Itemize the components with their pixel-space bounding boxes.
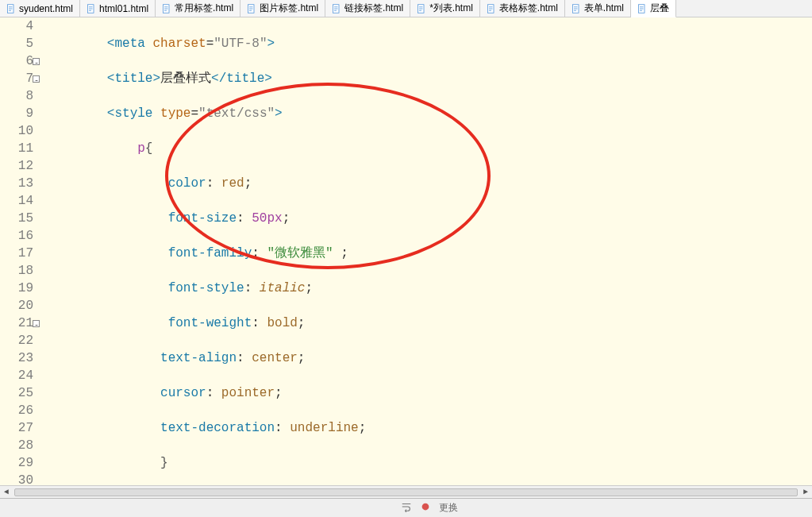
code-line: <title>层叠样式</title> xyxy=(46,70,812,87)
line-number: 17 xyxy=(0,245,33,262)
code-line: p{ xyxy=(46,140,812,157)
line-number: 9 xyxy=(0,105,33,122)
tab-html01[interactable]: html01.html xyxy=(80,0,156,17)
line-number: 14 xyxy=(0,192,33,210)
tab-label: 表单.html xyxy=(584,2,624,15)
breakpoint-icon[interactable] xyxy=(420,501,431,512)
html-file-icon xyxy=(162,4,171,14)
line-number: 24 xyxy=(0,367,33,384)
tab-list[interactable]: *列表.html xyxy=(410,0,480,17)
line-number: 29 xyxy=(0,454,33,472)
tab-label: 图片标签.html xyxy=(260,2,318,15)
line-number: 27 xyxy=(0,419,33,437)
html-file-icon xyxy=(417,4,426,14)
html-file-icon xyxy=(637,4,647,14)
code-line: font-family: "微软雅黑" ; xyxy=(46,245,812,262)
html-file-icon xyxy=(571,4,581,14)
line-number: 4 xyxy=(0,17,33,35)
scroll-left-arrow[interactable]: ◄ xyxy=(0,487,13,498)
tab-image-tags[interactable]: 图片标签.html xyxy=(241,0,325,17)
tab-table-tags[interactable]: 表格标签.html xyxy=(480,0,565,17)
line-number: 16 xyxy=(0,227,33,245)
tab-label: 常用标签.html xyxy=(175,2,233,15)
html-file-icon xyxy=(332,4,341,14)
line-number-gutter: 4 5 6 7 8 9 10 11 12 13 14 15 16 17 18 1… xyxy=(0,17,40,498)
line-number: 12 xyxy=(0,157,33,175)
tab-cascade[interactable]: 层叠 xyxy=(631,0,676,17)
code-line: text-align: center; xyxy=(46,349,812,367)
line-number: 26 xyxy=(0,402,33,419)
tab-label: html01.html xyxy=(99,3,148,14)
code-line: text-decoration: underline; xyxy=(46,419,812,437)
tab-label: 链接标签.html xyxy=(344,2,403,15)
line-number: 10 xyxy=(0,122,33,140)
line-number: 22 xyxy=(0,332,33,349)
status-bar: 更换 xyxy=(0,498,812,517)
line-number: 7 xyxy=(0,70,33,87)
line-number: 28 xyxy=(0,437,33,454)
html-file-icon xyxy=(6,4,16,14)
tab-common-tags[interactable]: 常用标签.html xyxy=(156,0,241,17)
tab-label: 表格标签.html xyxy=(499,2,558,15)
line-number: 15 xyxy=(0,210,33,227)
line-number: 25 xyxy=(0,384,33,402)
line-number: 19 xyxy=(0,280,33,297)
tab-syudent[interactable]: syudent.html xyxy=(0,0,80,17)
horizontal-scrollbar[interactable]: ◄ ► xyxy=(0,485,812,498)
line-number: 18 xyxy=(0,262,33,280)
line-number: 5 xyxy=(0,35,33,52)
svg-point-9 xyxy=(422,503,429,511)
scrollbar-thumb[interactable] xyxy=(14,488,798,496)
line-number: 13 xyxy=(0,175,33,192)
status-label: 更换 xyxy=(439,501,458,515)
line-number: 21 xyxy=(0,314,33,332)
code-line: <style type="text/css"> xyxy=(46,105,812,122)
line-number: 6 xyxy=(0,52,33,70)
code-line: font-size: 50px; xyxy=(46,210,812,227)
word-wrap-icon[interactable] xyxy=(401,501,412,512)
line-number: 8 xyxy=(0,87,33,105)
line-number: 11 xyxy=(0,140,33,157)
html-file-icon xyxy=(487,4,496,14)
code-line: color: red; xyxy=(46,175,812,192)
tab-link-tags[interactable]: 链接标签.html xyxy=(325,0,410,17)
tab-form[interactable]: 表单.html xyxy=(565,0,631,17)
code-editor[interactable]: 4 5 6 7 8 9 10 11 12 13 14 15 16 17 18 1… xyxy=(0,17,812,498)
code-line: cursor: pointer; xyxy=(46,384,812,402)
tab-label: syudent.html xyxy=(19,3,73,14)
code-content[interactable]: <meta charset="UTF-8"> <title>层叠样式</titl… xyxy=(40,17,812,498)
code-line: font-weight: bold; xyxy=(46,314,812,332)
code-line: } xyxy=(46,454,812,472)
line-number: 20 xyxy=(0,297,33,314)
scroll-right-arrow[interactable]: ► xyxy=(799,487,812,498)
html-file-icon xyxy=(247,4,256,14)
tab-label: 层叠 xyxy=(650,2,669,15)
line-number: 23 xyxy=(0,349,33,367)
code-line: font-style: italic; xyxy=(46,280,812,297)
html-file-icon xyxy=(87,4,96,14)
code-line: <meta charset="UTF-8"> xyxy=(46,35,812,52)
tab-label: *列表.html xyxy=(429,2,473,15)
tab-bar: syudent.html html01.html 常用标签.html 图片标签.… xyxy=(0,0,812,17)
